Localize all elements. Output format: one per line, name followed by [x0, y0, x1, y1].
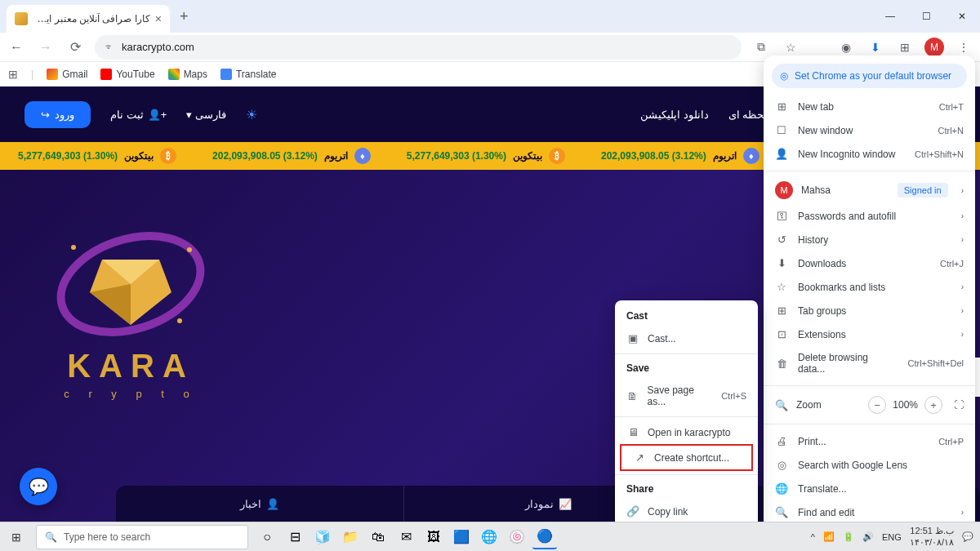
forward-icon[interactable]: →: [36, 38, 56, 57]
url-text: karacrypto.com: [122, 41, 194, 53]
menu-print[interactable]: 🖨Print...Ctrl+P: [764, 429, 975, 453]
site-info-icon[interactable]: ᯤ: [105, 41, 115, 53]
task-view-icon[interactable]: ⊟: [283, 525, 307, 549]
volume-icon[interactable]: 🔊: [862, 531, 874, 542]
menu-extensions[interactable]: ⊡Extensions›: [764, 322, 975, 346]
menu-incognito[interactable]: 👤New Incognito windowCtrl+Shift+N: [764, 142, 975, 166]
menu-downloads[interactable]: ⬇DownloadsCtrl+J: [764, 251, 975, 275]
submenu-cast-header: Cast: [615, 305, 758, 327]
login-button[interactable]: ورود↪: [24, 101, 91, 128]
store-icon[interactable]: 🛍: [366, 525, 390, 549]
bookmark-star-icon[interactable]: ☆: [781, 38, 800, 57]
maps-icon: [168, 69, 180, 80]
translate-icon: [220, 69, 232, 80]
submenu-cast[interactable]: ▣Cast...: [615, 327, 758, 350]
menu-zoom: 🔍 Zoom − 100% + ⛶: [764, 391, 975, 419]
taskbar-search[interactable]: 🔍 Type here to search: [36, 525, 248, 549]
menu-history[interactable]: ↺History›: [764, 228, 975, 251]
submenu-save-as[interactable]: 🗎Save page as...Ctrl+S: [615, 379, 758, 413]
camera-icon[interactable]: ◉: [836, 38, 856, 57]
tray-chevron-icon[interactable]: ^: [811, 532, 815, 542]
menu-translate[interactable]: 🌐Translate...: [764, 477, 975, 500]
extensions-puzzle-icon[interactable]: ⊞: [895, 38, 915, 57]
close-window-icon[interactable]: ✕: [944, 4, 980, 29]
menu-clear-data[interactable]: 🗑Delete browsing data...Ctrl+Shift+Del: [764, 346, 975, 380]
logo-title: KARA: [49, 348, 212, 384]
taskbar-clock[interactable]: ب.ظ 12:51 ۱۴۰۳/۰۸/۱۸: [910, 526, 954, 547]
photos-icon[interactable]: 🖼: [421, 525, 446, 549]
wifi-icon[interactable]: 📶: [823, 531, 835, 542]
trash-icon: 🗑: [775, 358, 788, 370]
menu-find[interactable]: 🔍Find and edit›: [764, 500, 975, 524]
star-icon: ☆: [775, 281, 788, 293]
maximize-icon[interactable]: ☐: [908, 4, 944, 29]
edge-icon[interactable]: 🌐: [477, 525, 501, 549]
history-icon: ↺: [775, 233, 788, 246]
submenu-save-header: Save: [615, 358, 758, 379]
minimize-icon[interactable]: —: [872, 4, 908, 29]
reload-icon[interactable]: ⟳: [65, 38, 85, 57]
default-browser-banner[interactable]: ◎ Set Chrome as your default browser: [772, 64, 967, 88]
tab-title: کارا صرافی آنلاین معتبر ایرانی برای...: [34, 13, 150, 24]
chat-bubble-icon[interactable]: 💬: [20, 468, 57, 505]
submenu-open-in-app[interactable]: 🖥Open in karacrypto: [615, 420, 758, 444]
menu-passwords[interactable]: ⚿Passwords and autofill›: [764, 204, 975, 228]
start-button[interactable]: ⊞: [0, 522, 33, 552]
back-icon[interactable]: ←: [7, 38, 26, 57]
bookmark-maps[interactable]: Maps: [168, 69, 207, 80]
menu-lens[interactable]: ◎Search with Google Lens: [764, 453, 975, 477]
grid-icon: ⊞: [775, 304, 788, 317]
chevron-right-icon: ›: [961, 508, 964, 517]
bitcoin-icon: ₿: [160, 148, 176, 164]
chrome-icon[interactable]: 🔵: [532, 525, 557, 549]
tab-news[interactable]: 👤اخبار: [116, 486, 403, 522]
theme-toggle-icon[interactable]: ☀: [246, 107, 257, 122]
menu-bookmarks[interactable]: ☆Bookmarks and lists›: [764, 275, 975, 299]
apps-grid-icon[interactable]: ⊞: [8, 68, 18, 81]
submenu-copy-link[interactable]: 🔗Copy link: [615, 500, 758, 523]
taskbar-app[interactable]: 🟦: [449, 525, 474, 549]
menu-new-tab[interactable]: ⊞New tabCtrl+T: [764, 95, 975, 118]
kebab-menu-icon[interactable]: ⋮: [954, 38, 973, 57]
zoom-in-button[interactable]: +: [924, 396, 942, 414]
save-icon: 🗎: [626, 390, 639, 402]
notifications-icon[interactable]: 💬: [962, 531, 973, 542]
profile-avatar[interactable]: M: [924, 38, 944, 57]
language-indicator[interactable]: ENG: [882, 532, 902, 542]
new-tab-button[interactable]: +: [180, 8, 189, 25]
bookmark-gmail[interactable]: Gmail: [47, 69, 87, 80]
ethereum-icon: ♦: [354, 148, 371, 164]
ticker-item: 5,277,649,303 (1.30%) بیتکوین ₿: [0, 148, 194, 164]
taskbar-app[interactable]: 🍥: [505, 525, 529, 549]
download-icon[interactable]: ⬇: [866, 38, 885, 57]
battery-icon[interactable]: 🔋: [843, 531, 854, 542]
taskbar-app[interactable]: 🧊: [310, 525, 335, 549]
browser-tab[interactable]: کارا صرافی آنلاین معتبر ایرانی برای... ×: [7, 5, 170, 33]
open-external-icon[interactable]: ⧉: [751, 38, 771, 57]
svg-point-5: [187, 247, 192, 252]
zoom-out-button[interactable]: −: [868, 396, 886, 414]
signup-button[interactable]: +👤ثبت نام: [110, 109, 167, 121]
menu-new-window[interactable]: ☐New windowCtrl+N: [764, 118, 975, 142]
file-explorer-icon[interactable]: 📁: [338, 525, 363, 549]
ticker-item: 5,277,649,303 (1.30%) بیتکوین ₿: [389, 148, 583, 164]
language-selector[interactable]: فارسی ▾: [186, 109, 226, 121]
bookmark-translate[interactable]: Translate: [220, 69, 277, 80]
menu-tab-groups[interactable]: ⊞Tab groups›: [764, 299, 975, 322]
close-tab-icon[interactable]: ×: [155, 12, 162, 25]
chrome-main-menu: ◎ Set Chrome as your default browser ⊞Ne…: [764, 56, 975, 551]
logo-subtitle: c r y p t o: [49, 388, 212, 400]
menu-account[interactable]: M Mahsa Signed in ›: [764, 176, 975, 204]
nav-download-app[interactable]: دانلود اپلیکیشن: [640, 109, 709, 121]
cortana-icon[interactable]: ○: [255, 525, 279, 549]
submenu-create-shortcut[interactable]: ↗Create shortcut...: [620, 444, 753, 471]
fullscreen-icon[interactable]: ⛶: [954, 399, 964, 411]
mail-icon[interactable]: ✉: [394, 525, 418, 549]
bookmark-youtube[interactable]: YouTube: [100, 69, 154, 80]
news-icon: 👤: [266, 498, 279, 510]
windows-taskbar: ⊞ 🔍 Type here to search ○ ⊟ 🧊 📁 🛍 ✉ 🖼 🟦 …: [0, 522, 980, 551]
address-bar[interactable]: ᯤ karacrypto.com: [95, 35, 742, 60]
window-icon: ☐: [775, 124, 788, 136]
site-logo: KARA c r y p t o: [49, 211, 212, 400]
chevron-right-icon: ›: [961, 282, 964, 291]
